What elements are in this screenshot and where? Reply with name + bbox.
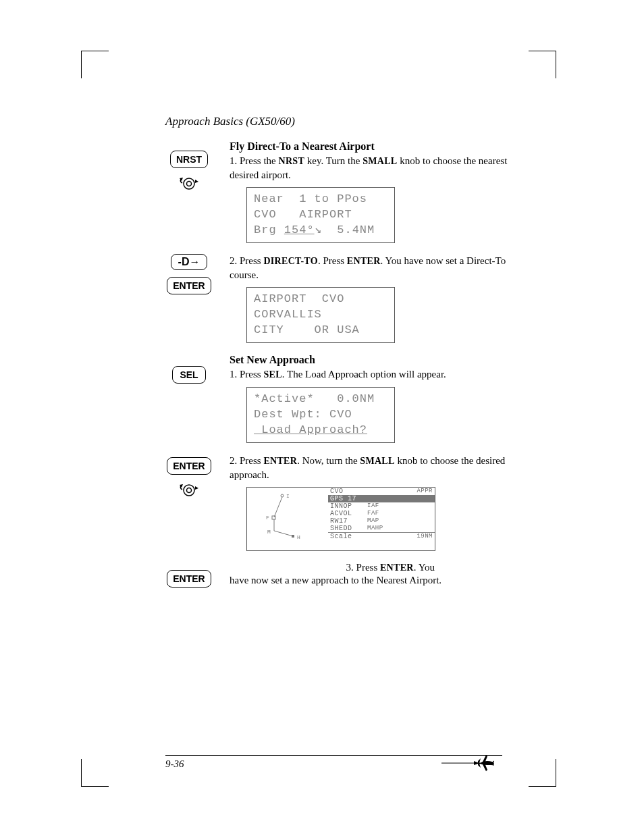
map-label-f: F	[266, 515, 269, 521]
nrst-key: NRST	[170, 151, 208, 168]
crop-mark	[81, 51, 109, 78]
map-label-m: M	[267, 529, 271, 535]
lcd-display: AIRPORT CVO CORVALLIS CITY OR USA	[246, 287, 395, 343]
direct-to-key: -D→	[171, 254, 208, 270]
crop-mark	[529, 759, 556, 787]
crop-mark	[81, 759, 109, 787]
svg-point-6	[187, 488, 192, 492]
airplane-icon	[441, 752, 489, 772]
step-text: 2. Press DIRECT-TO. Press ENTER. You hav…	[230, 254, 509, 282]
svg-point-2	[187, 182, 192, 186]
page-header: Approach Basics (GX50/60)	[165, 115, 509, 128]
svg-marker-7	[195, 486, 198, 490]
crop-mark	[529, 51, 556, 78]
svg-line-12	[274, 531, 293, 536]
section-heading: Fly Direct-To a Nearest Airport	[230, 140, 509, 153]
sel-key: SEL	[172, 366, 206, 384]
step-text: have now set a new approach to the Neare…	[230, 573, 509, 587]
svg-rect-10	[272, 516, 275, 519]
lcd-display: *Active* 0.0NM Dest Wpt: CVO Load Approa…	[246, 387, 395, 443]
step-text: 1. Press SEL. The Load Approach option w…	[230, 367, 509, 382]
map-label-i: I	[286, 493, 290, 499]
small-knob-icon	[178, 481, 200, 498]
map-label-h: H	[297, 534, 300, 540]
approach-display: I F M H CVOAPPRGPS 17INNOPIAFACVOLFAFRW1…	[246, 487, 435, 551]
enter-key: ENTER	[167, 570, 211, 588]
svg-point-8	[281, 494, 284, 497]
section-heading: Set New Approach	[230, 354, 509, 366]
small-knob-icon	[178, 175, 200, 191]
enter-key: ENTER	[167, 457, 211, 475]
svg-marker-3	[195, 180, 198, 183]
lcd-display: Near 1 to PPos CVO AIRPORT Brg 154°↘ 5.4…	[246, 187, 395, 243]
svg-point-5	[184, 485, 194, 496]
svg-point-1	[184, 178, 194, 189]
svg-rect-13	[292, 535, 294, 538]
svg-point-16	[481, 761, 494, 765]
step-text: 1. Press the NRST key. Turn the SMALL kn…	[230, 154, 509, 182]
step-text: 2. Press ENTER. Now, turn the SMALL knob…	[230, 454, 509, 481]
enter-key: ENTER	[167, 277, 211, 294]
svg-line-9	[274, 497, 282, 517]
